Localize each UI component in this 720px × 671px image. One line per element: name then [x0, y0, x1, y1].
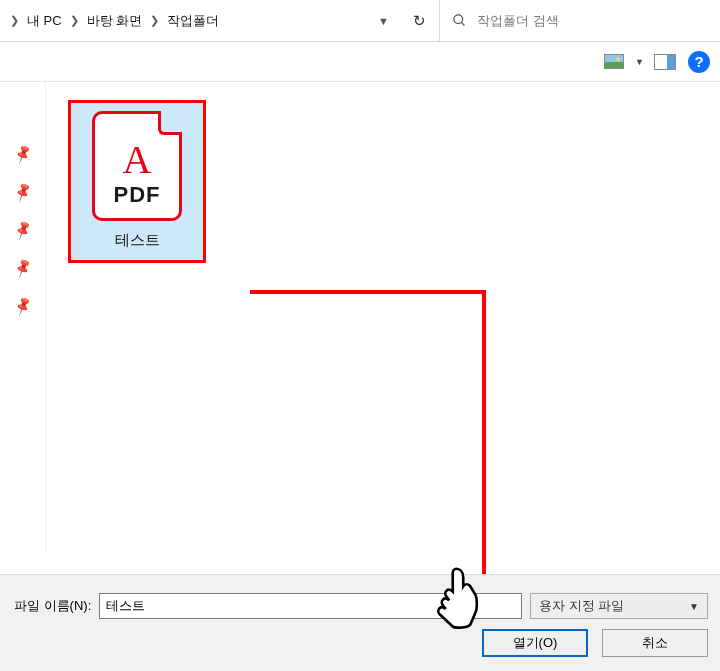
pin-icon: 📌 — [11, 181, 33, 203]
svg-line-1 — [461, 22, 464, 25]
chevron-down-icon[interactable]: ▼ — [368, 15, 399, 27]
breadcrumb[interactable]: ❯ 내 PC ❯ 바탕 화면 ❯ 작업폴더 ▼ ↻ — [0, 0, 440, 41]
annotation-line — [250, 290, 482, 294]
acrobat-logo-icon: A — [123, 140, 152, 180]
filetype-select[interactable]: 용자 지정 파일 ▼ — [530, 593, 708, 619]
chevron-right-icon: ❯ — [4, 14, 25, 27]
pin-icon: 📌 — [11, 219, 33, 241]
chevron-down-icon: ▼ — [689, 601, 699, 612]
refresh-icon[interactable]: ↻ — [399, 12, 439, 30]
preview-pane-icon[interactable] — [654, 53, 676, 71]
search-icon — [452, 13, 467, 28]
filetype-selected-label: 용자 지정 파일 — [539, 597, 624, 615]
pin-icon: 📌 — [11, 295, 33, 317]
filename-input[interactable] — [99, 593, 522, 619]
pin-icon: 📌 — [11, 257, 33, 279]
file-list[interactable]: A PDF 테스트 — [46, 82, 720, 552]
pdf-file-icon: A PDF — [92, 111, 182, 221]
chevron-right-icon: ❯ — [64, 14, 85, 27]
file-item-selected[interactable]: A PDF 테스트 — [68, 100, 206, 263]
search-input[interactable] — [477, 13, 720, 28]
search-bar[interactable] — [440, 0, 720, 41]
file-name-label: 테스트 — [71, 231, 203, 250]
pin-icon: 📌 — [11, 143, 33, 165]
svg-point-0 — [454, 15, 463, 24]
view-thumbnails-icon[interactable] — [603, 53, 625, 71]
view-dropdown[interactable]: ▼ — [631, 57, 648, 67]
file-type-label: PDF — [114, 182, 161, 208]
view-toolbar: ▼ ? — [0, 42, 720, 82]
filename-label: 파일 이름(N): — [14, 597, 91, 615]
help-icon[interactable]: ? — [688, 51, 710, 73]
breadcrumb-item[interactable]: 바탕 화면 — [85, 10, 145, 32]
sidebar-pins: 📌 📌 📌 📌 📌 — [0, 82, 46, 552]
breadcrumb-item[interactable]: 작업폴더 — [165, 10, 221, 32]
open-button[interactable]: 열기(O) — [482, 629, 588, 657]
breadcrumb-item[interactable]: 내 PC — [25, 10, 64, 32]
cancel-button[interactable]: 취소 — [602, 629, 708, 657]
chevron-right-icon: ❯ — [144, 14, 165, 27]
